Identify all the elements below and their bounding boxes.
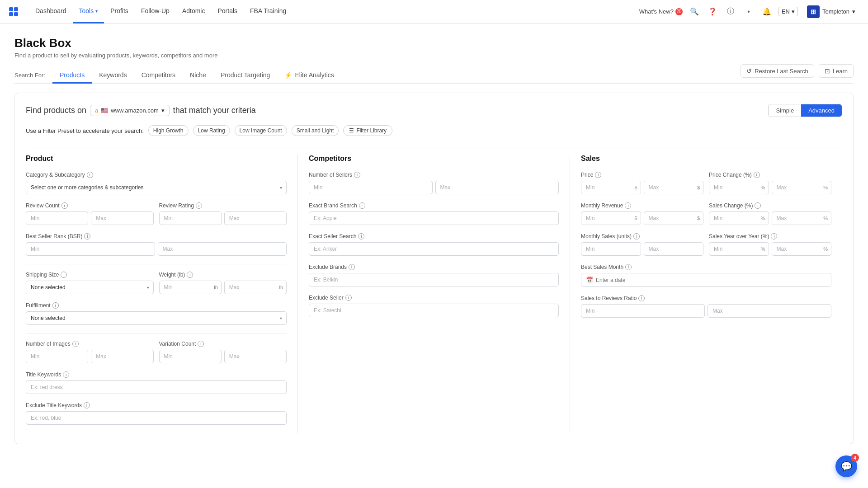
preset-small-and-light[interactable]: Small and Light — [292, 125, 339, 136]
exclude-title-keywords-input[interactable] — [26, 411, 287, 425]
exclude-seller-info-icon[interactable]: i — [345, 295, 352, 301]
monthly-sales-max[interactable] — [644, 242, 704, 256]
tab-keywords[interactable]: Keywords — [92, 68, 134, 84]
price-info-icon[interactable]: i — [595, 172, 601, 178]
best-sales-month-input[interactable] — [596, 277, 826, 283]
price-min[interactable] — [581, 181, 641, 194]
best-sales-month-input-wrapper[interactable]: 📅 — [581, 273, 831, 287]
restore-search-button[interactable]: ↺ Restore Last Search — [741, 64, 814, 78]
info-icon[interactable]: ⓘ — [724, 5, 737, 18]
monthly-sales-info-icon[interactable]: i — [633, 233, 640, 239]
logo[interactable] — [9, 7, 18, 16]
num-images-info-icon[interactable]: i — [72, 341, 79, 347]
variation-count-min[interactable] — [159, 350, 222, 363]
help-icon[interactable]: ❓ — [706, 5, 719, 18]
sales-yoy-max[interactable] — [772, 242, 832, 256]
num-sellers-info-icon[interactable]: i — [354, 172, 360, 178]
sales-reviews-ratio-info-icon[interactable]: i — [638, 295, 645, 301]
monthly-revenue-info-icon[interactable]: i — [625, 202, 631, 209]
preset-low-rating[interactable]: Low Rating — [193, 125, 230, 136]
nav-profits[interactable]: Profits — [104, 0, 135, 23]
weight-info-icon[interactable]: i — [187, 272, 193, 278]
language-selector[interactable]: EN ▾ — [778, 7, 798, 16]
exclude-brands-field-group: Exclude Brands i — [309, 264, 559, 286]
user-menu[interactable]: ⊞ Templeton ▾ — [803, 4, 859, 20]
sales-reviews-ratio-max[interactable] — [708, 304, 831, 318]
review-rating-info-icon[interactable]: i — [196, 202, 202, 209]
price-min-unit: $ — [634, 185, 637, 190]
bsr-min[interactable] — [26, 242, 155, 256]
us-flag-icon: 🇺🇸 — [101, 107, 108, 114]
review-rating-max[interactable] — [224, 211, 287, 225]
review-count-max[interactable] — [91, 211, 153, 225]
nav-tools[interactable]: Tools ▾ — [73, 0, 104, 23]
tab-elite-analytics[interactable]: ⚡ Elite Analytics — [277, 68, 341, 84]
title-keywords-input[interactable] — [26, 380, 287, 394]
exclude-brands-input[interactable] — [309, 273, 559, 286]
yoy-min-unit: % — [761, 246, 765, 252]
bsr-max[interactable] — [158, 242, 287, 256]
shipping-size-select[interactable]: None selected — [26, 281, 154, 294]
price-change-max[interactable] — [772, 181, 832, 194]
sales-change-info-icon[interactable]: i — [755, 202, 761, 209]
nav-fba-training[interactable]: FBA Training — [244, 0, 292, 23]
sales-yoy-info-icon[interactable]: i — [771, 233, 777, 239]
title-keywords-info-icon[interactable]: i — [63, 371, 69, 378]
sales-change-min[interactable] — [709, 211, 769, 225]
tab-product-targeting[interactable]: Product Targeting — [213, 68, 277, 84]
simple-mode-button[interactable]: Simple — [769, 104, 801, 117]
tab-niche[interactable]: Niche — [183, 68, 213, 84]
exclude-seller-input[interactable] — [309, 304, 559, 317]
exclude-title-keywords-info-icon[interactable]: i — [84, 402, 90, 408]
price-max[interactable] — [644, 181, 704, 194]
exact-seller-search-input[interactable] — [309, 242, 559, 256]
num-images-min[interactable] — [26, 350, 88, 363]
preset-high-growth[interactable]: High Growth — [148, 125, 189, 136]
variation-count-max[interactable] — [224, 350, 287, 363]
amazon-marketplace-selector[interactable]: a 🇺🇸 www.amazon.com ▾ — [90, 105, 170, 116]
exact-brand-info-icon[interactable]: i — [359, 202, 365, 209]
monthly-revenue-max[interactable] — [644, 211, 704, 225]
weight-max[interactable] — [224, 281, 287, 294]
sales-reviews-ratio-field-group: Sales to Reviews Ratio i — [581, 295, 831, 318]
fulfillment-select[interactable]: None selected — [26, 311, 287, 325]
chat-button[interactable]: 💬 4 — [835, 455, 857, 477]
variation-count-info-icon[interactable]: i — [198, 341, 204, 347]
best-sales-month-info-icon[interactable]: i — [625, 264, 632, 270]
preset-low-image-count[interactable]: Low Image Count — [235, 125, 287, 136]
sales-reviews-ratio-min[interactable] — [581, 304, 705, 318]
nav-portals[interactable]: Portals — [211, 0, 244, 23]
weight-min[interactable] — [159, 281, 222, 294]
monthly-sales-min[interactable] — [581, 242, 641, 256]
exact-brand-search-input[interactable] — [309, 211, 559, 225]
review-rating-min[interactable] — [159, 211, 222, 225]
whats-new-btn[interactable]: What's New? 25 — [639, 8, 683, 15]
exact-seller-info-icon[interactable]: i — [358, 233, 364, 239]
num-images-max[interactable] — [91, 350, 153, 363]
num-sellers-min[interactable] — [309, 181, 433, 194]
price-change-info-icon[interactable]: i — [754, 172, 760, 178]
price-change-min[interactable] — [709, 181, 769, 194]
review-count-info-icon[interactable]: i — [61, 202, 68, 209]
tab-products[interactable]: Products — [52, 68, 92, 84]
shipping-size-info-icon[interactable]: i — [61, 272, 67, 278]
bell-icon[interactable]: 🔔 — [760, 5, 773, 18]
category-info-icon[interactable]: i — [87, 172, 93, 178]
filter-library-button[interactable]: ☰ Filter Library — [343, 125, 392, 136]
nav-follow-up[interactable]: Follow-Up — [135, 0, 176, 23]
num-sellers-max[interactable] — [435, 181, 559, 194]
nav-dashboard[interactable]: Dashboard — [29, 0, 73, 23]
search-icon[interactable]: 🔍 — [688, 5, 701, 18]
nav-adtomic[interactable]: Adtomic — [176, 0, 212, 23]
exclude-brands-info-icon[interactable]: i — [349, 264, 355, 270]
category-select[interactable]: Select one or more categories & subcateg… — [26, 181, 287, 194]
tab-competitors[interactable]: Competitors — [134, 68, 183, 84]
monthly-revenue-min[interactable] — [581, 211, 641, 225]
bsr-info-icon[interactable]: i — [84, 233, 90, 239]
review-count-min[interactable] — [26, 211, 88, 225]
sales-change-max[interactable] — [772, 211, 832, 225]
advanced-mode-button[interactable]: Advanced — [801, 104, 842, 117]
learn-button[interactable]: ⊡ Learn — [819, 64, 854, 78]
sales-yoy-min[interactable] — [709, 242, 769, 256]
fulfillment-info-icon[interactable]: i — [52, 302, 59, 309]
